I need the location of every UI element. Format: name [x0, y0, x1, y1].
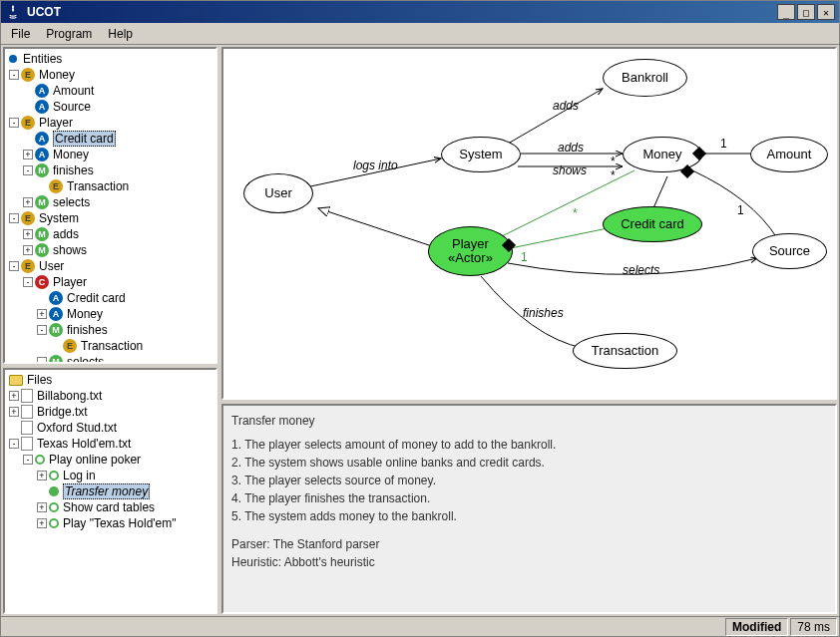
mult-star: *	[573, 206, 578, 220]
node-amount[interactable]: Amount	[750, 137, 828, 172]
toggle-icon[interactable]: +	[37, 471, 47, 480]
toggle-icon[interactable]: -	[23, 165, 33, 175]
tree-system[interactable]: System	[39, 211, 79, 225]
toggle-icon[interactable]: +	[23, 229, 33, 239]
tree-money[interactable]: Money	[39, 68, 75, 82]
node-system[interactable]: System	[441, 137, 521, 172]
label-finishes: finishes	[523, 306, 564, 320]
mult-one: 1	[521, 250, 528, 264]
attribute-icon: A	[35, 100, 49, 114]
method-icon: M	[35, 243, 49, 257]
circle-icon	[49, 518, 59, 528]
label-logs-into: logs into	[353, 159, 398, 172]
entities-tree[interactable]: Entities -EMoney AAmount ASource -EPlaye…	[3, 47, 217, 364]
mult-star: *	[611, 155, 616, 168]
toggle-icon[interactable]: +	[9, 407, 19, 417]
file-oxford[interactable]: Oxford Stud.txt	[37, 421, 117, 435]
menu-file[interactable]: File	[3, 25, 38, 43]
toggle-icon[interactable]: +	[23, 245, 33, 255]
attribute-icon: A	[35, 148, 49, 161]
entity-icon: E	[21, 68, 35, 82]
toggle-icon[interactable]: -	[37, 325, 47, 335]
diagram-canvas[interactable]: User System Bankroll Money Amount Player…	[221, 47, 837, 400]
mult-star: *	[611, 168, 616, 182]
circle-icon	[35, 455, 45, 465]
tree-money-source[interactable]: Source	[53, 100, 91, 114]
details-panel: Transfer money 1. The player selects amo…	[221, 404, 837, 614]
file-texas[interactable]: Texas Hold'em.txt	[37, 437, 131, 451]
toggle-icon[interactable]: +	[23, 197, 33, 207]
node-creditcard[interactable]: Credit card	[603, 206, 702, 242]
tree-user-player-finishes[interactable]: finishes	[67, 323, 108, 337]
circle-icon	[49, 502, 59, 512]
label-shows: shows	[553, 163, 587, 177]
files-tree[interactable]: Files +Billabong.txt +Bridge.txt Oxford …	[3, 368, 217, 614]
tree-user[interactable]: User	[39, 259, 64, 273]
node-bankroll[interactable]: Bankroll	[603, 59, 687, 97]
diagram-edges	[223, 49, 835, 398]
tree-money-amount[interactable]: Amount	[53, 84, 94, 98]
file-billabong[interactable]: Billabong.txt	[37, 389, 102, 403]
toggle-icon[interactable]: -	[23, 455, 33, 465]
uc-show-tables[interactable]: Show card tables	[63, 500, 155, 514]
java-icon	[5, 4, 21, 20]
mult-one: 1	[720, 137, 727, 151]
file-icon	[21, 437, 33, 451]
toggle-icon[interactable]: -	[9, 118, 19, 128]
uc-play-texas[interactable]: Play "Texas Hold'em"	[63, 516, 177, 530]
toggle-icon[interactable]: -	[9, 70, 19, 80]
entity-icon: E	[49, 179, 63, 193]
tree-root[interactable]: Entities	[23, 52, 62, 66]
uc-login[interactable]: Log in	[63, 469, 96, 482]
minimize-button[interactable]: _	[777, 4, 795, 20]
tree-player-finishes-tx[interactable]: Transaction	[67, 179, 129, 193]
entity-icon: E	[21, 259, 35, 273]
tree-user-player[interactable]: Player	[53, 275, 87, 289]
tree-user-player-selects[interactable]: selects	[67, 355, 104, 364]
maximize-button[interactable]: □	[797, 4, 815, 20]
toggle-icon[interactable]: +	[37, 502, 47, 512]
tree-player[interactable]: Player	[39, 116, 73, 130]
menu-program[interactable]: Program	[38, 25, 100, 43]
details-step: 1. The player selects amount of money to…	[231, 436, 827, 454]
uc-transfer[interactable]: Transfer money	[63, 483, 150, 499]
menu-help[interactable]: Help	[100, 25, 141, 43]
tree-player-money[interactable]: Money	[53, 148, 89, 161]
toggle-icon[interactable]: +	[37, 518, 47, 528]
method-icon: M	[35, 227, 49, 241]
status-timing: 78 ms	[790, 618, 837, 636]
files-root[interactable]: Files	[27, 373, 52, 387]
window-controls: _ □ ✕	[777, 4, 835, 20]
tree-player-selects[interactable]: selects	[53, 195, 90, 209]
details-step: 3. The player selects source of money.	[231, 472, 827, 489]
folder-icon	[9, 375, 23, 386]
method-icon: M	[49, 355, 63, 364]
status-modified: Modified	[725, 618, 788, 636]
toggle-icon[interactable]: +	[9, 391, 19, 401]
tree-user-player-cc[interactable]: Credit card	[67, 291, 126, 305]
close-button[interactable]: ✕	[817, 4, 835, 20]
toggle-icon[interactable]: -	[37, 357, 47, 364]
tree-player-finishes[interactable]: finishes	[53, 163, 94, 177]
node-player[interactable]: Player«Actor»	[428, 226, 513, 276]
details-step: 4. The player finishes the transaction.	[231, 489, 827, 507]
toggle-icon[interactable]: +	[23, 150, 33, 159]
tree-user-player-money[interactable]: Money	[67, 307, 103, 321]
toggle-icon[interactable]: +	[37, 309, 47, 319]
node-user[interactable]: User	[243, 173, 313, 213]
uc-play-online[interactable]: Play online poker	[49, 453, 141, 467]
node-transaction[interactable]: Transaction	[573, 333, 677, 369]
file-bridge[interactable]: Bridge.txt	[37, 405, 88, 419]
details-step: 2. The system shows usable online banks …	[231, 454, 827, 472]
tree-system-shows[interactable]: shows	[53, 243, 87, 257]
tree-user-player-finishes-tx[interactable]: Transaction	[81, 339, 143, 353]
titlebar: UCOT _ □ ✕	[1, 1, 839, 23]
toggle-icon[interactable]: -	[9, 261, 19, 271]
node-source[interactable]: Source	[752, 233, 827, 269]
tree-player-creditcard[interactable]: Credit card	[53, 131, 116, 147]
tree-system-adds[interactable]: adds	[53, 227, 79, 241]
label-selects: selects	[623, 263, 659, 277]
toggle-icon[interactable]: -	[9, 213, 19, 223]
toggle-icon[interactable]: -	[9, 439, 19, 449]
toggle-icon[interactable]: -	[23, 277, 33, 287]
